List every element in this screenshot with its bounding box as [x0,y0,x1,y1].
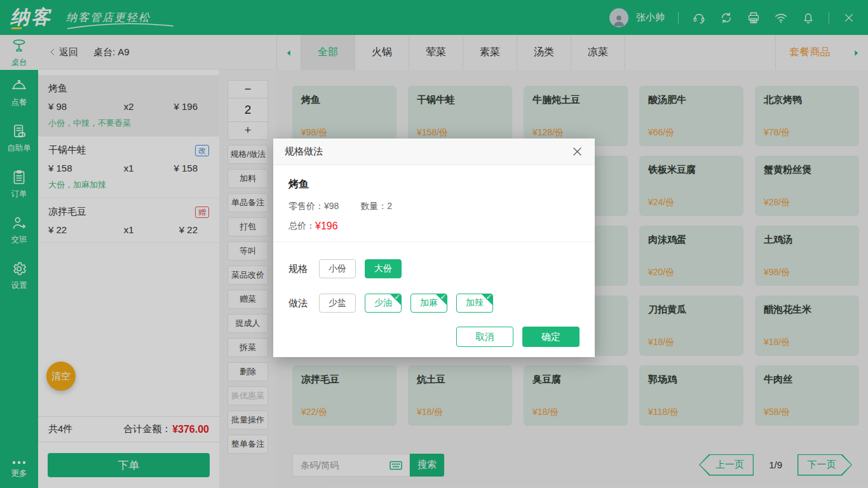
method-option-少油[interactable]: 少油✓ [365,294,402,313]
spec-option-小份[interactable]: 小份 [319,259,356,278]
total-price-label: 总价： [288,220,315,232]
retail-price-label: 零售价： [288,201,324,211]
modal-body: 烤鱼 零售价：¥98 数量：2 总价： ¥196 规格 小份大份 做法 少盐少油… [273,165,595,327]
check-icon: ✓ [395,294,400,301]
method-options: 少盐少油✓加麻✓加辣✓ [319,294,502,313]
retail-price-value: ¥98 [324,201,339,211]
modal-header: 规格做法 [273,139,595,165]
check-icon: ✓ [440,294,446,301]
spec-row: 规格 小份大份 [288,259,580,278]
modal-divider [273,241,595,242]
confirm-button[interactable]: 确定 [522,327,580,347]
spec-option-大份[interactable]: 大份 [365,259,402,278]
spec-label: 规格 [288,263,319,275]
modal-total-row: 总价： ¥196 [288,220,580,232]
qty-value: 2 [387,201,392,211]
method-row: 做法 少盐少油✓加麻✓加辣✓ [288,294,580,313]
method-option-加辣[interactable]: 加辣✓ [456,294,493,313]
method-option-少盐[interactable]: 少盐 [319,294,356,313]
total-price-value: ¥196 [315,220,338,232]
cancel-button[interactable]: 取消 [456,327,513,347]
modal-dish-name: 烤鱼 [288,178,580,191]
check-icon: ✓ [486,294,492,301]
modal-footer: 取消 确定 [273,327,595,357]
spec-method-dialog: 规格做法 烤鱼 零售价：¥98 数量：2 总价： ¥196 规格 小份大份 做法… [273,139,595,357]
modal-close-icon[interactable] [571,146,583,158]
method-label: 做法 [288,297,319,309]
modal-price-qty-row: 零售价：¥98 数量：2 [288,201,580,212]
modal-title: 规格做法 [285,146,323,158]
method-option-加麻[interactable]: 加麻✓ [410,294,447,313]
spec-options: 小份大份 [319,259,410,278]
qty-label: 数量： [360,201,387,211]
